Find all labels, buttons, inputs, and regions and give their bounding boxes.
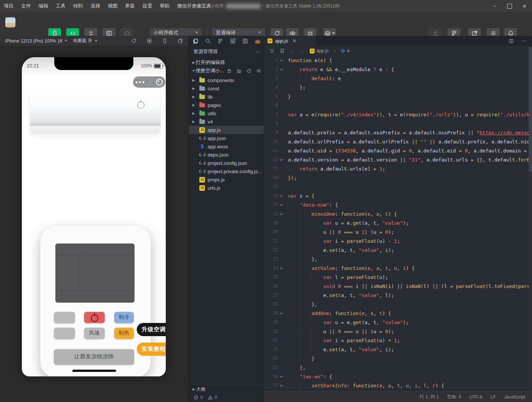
close-tab-icon[interactable]: ✕ (292, 38, 297, 44)
branch-icon[interactable] (217, 38, 223, 44)
menu-item-编辑[interactable]: 编辑 (35, 0, 52, 12)
breadcrumb-symbol[interactable]: e (341, 48, 350, 53)
json-file-icon: {..} (199, 160, 205, 166)
code-line-8: 8 (264, 119, 529, 128)
tree-folder-v4[interactable]: ▶v4 (189, 117, 264, 126)
tree-file-project.config.json[interactable]: {..}project.config.json (189, 159, 264, 167)
files-icon[interactable] (193, 38, 199, 44)
stop-icon[interactable] (147, 38, 152, 44)
miniprogram-capsule[interactable] (133, 76, 165, 88)
explorer-panel: 资源管理器 ⋯ ▶打开的编辑器▼便携空调小...▶components▶cons… (188, 36, 264, 402)
code-line-15: 15 (264, 182, 529, 191)
symbol-icon (341, 49, 345, 53)
more-icon[interactable]: ⋯ (521, 37, 527, 44)
breadcrumb-file[interactable]: JS app.js (310, 48, 329, 53)
phone-icon[interactable] (162, 38, 168, 44)
warnings-count: 0 (208, 395, 217, 400)
code-line-31: 31 u || 0 === u || (u = 0); (264, 327, 529, 336)
remote-button-blank[interactable] (54, 312, 75, 323)
code-editor[interactable]: JS app.js ✕ ⋯ ← → JS app.js › e 1f (264, 36, 532, 391)
wxss-file-icon: Ʒ (199, 144, 205, 149)
minimize-button[interactable]: − (487, 0, 502, 12)
phone-notch (54, 57, 133, 70)
split-editor-icon[interactable] (509, 38, 514, 44)
bookmark-icon[interactable] (280, 48, 285, 53)
remote-button-风速[interactable]: 风速 (84, 327, 105, 339)
nav-forward-icon[interactable]: → (300, 48, 304, 53)
status-segment[interactable]: JavaScript (504, 394, 525, 400)
remote-button-制冷[interactable]: 制冷 (114, 312, 134, 323)
refresh-icon[interactable] (131, 38, 137, 44)
status-segment[interactable]: 空格: 4 (447, 394, 461, 400)
js-file-icon: JS (310, 49, 315, 53)
problems-indicator[interactable]: 0 0 (189, 393, 269, 402)
hot-reload-toggle[interactable]: 热重载 开 (73, 38, 97, 44)
grid-icon[interactable] (230, 38, 236, 44)
remote-button-blank[interactable] (54, 327, 75, 339)
power-icon (91, 314, 98, 322)
refresh-icon[interactable] (246, 69, 251, 73)
more-icon[interactable] (136, 81, 144, 83)
share-button[interactable]: 让群友凉快凉快 (54, 349, 134, 364)
phone-battery: 100% (141, 63, 163, 69)
nav-back-icon[interactable]: ← (290, 48, 295, 53)
tree-folder-lib[interactable]: ▶lib (189, 93, 264, 101)
remote-button-power[interactable] (84, 312, 105, 323)
close-button[interactable]: ✕ (517, 0, 532, 12)
scrollbar[interactable] (529, 46, 532, 391)
save-icon[interactable] (242, 38, 248, 44)
section-project[interactable]: ▼便携空调小... (189, 67, 264, 75)
status-segment[interactable]: UTF-8 (469, 394, 482, 400)
breadcrumb: ← → JS app.js › e (264, 46, 532, 56)
chevron-down-icon (64, 40, 67, 42)
simulator-toolbar: iPhone 12/13 (Pro) 100% 16 热重载 开 (0, 36, 188, 46)
search-icon[interactable] (205, 38, 211, 44)
tree-folder-components[interactable]: ▶components (189, 76, 264, 84)
menu-item-微信开发者工具[interactable]: 微信开发者工具 (173, 0, 215, 12)
code-line-5: 5} (264, 92, 529, 101)
menu-item-选择[interactable]: 选择 (87, 0, 104, 12)
code-line-10: 10a.default.urlPrefix = a.default.urlPre… (264, 137, 529, 146)
newfolder-icon[interactable] (237, 69, 242, 73)
menu-item-设置[interactable]: 设置 (139, 0, 156, 12)
tree-folder-pages[interactable]: ▶pages (189, 101, 264, 109)
tree-file-app.wxss[interactable]: Ʒapp.wxss (189, 142, 264, 151)
code-line-29: 29 addOne: function(e, a, t) { (264, 309, 529, 318)
pill-安装教程[interactable]: 安装教程 (137, 343, 166, 356)
tree-file-urls.js[interactable]: JSurls.js (189, 184, 264, 192)
folder-icon (199, 103, 205, 107)
windows-icon[interactable] (177, 38, 183, 44)
tree-folder-utils[interactable]: ▶utils (189, 109, 264, 117)
pill-升级空调[interactable]: 升级空调 (137, 323, 166, 336)
code-area[interactable]: 1function e(e) {2 return e && e.__esModu… (264, 56, 529, 391)
remote-button-制热[interactable]: 制热 (114, 327, 134, 339)
status-segment[interactable]: 行 1, 列 1 (420, 394, 439, 400)
device-select[interactable]: iPhone 12/13 (Pro) 100% 16 (5, 38, 67, 44)
collapse-icon[interactable] (256, 69, 261, 73)
tree-file-app.json[interactable]: {..}app.json (189, 134, 264, 142)
menu-item-转到[interactable]: 转到 (69, 0, 87, 12)
exit-icon[interactable] (156, 79, 163, 85)
menu-item-界面[interactable]: 界面 (121, 0, 139, 12)
menu-item-视图[interactable]: 视图 (104, 0, 121, 12)
tree-file-props.js[interactable]: JSprops.js (189, 175, 264, 184)
tree-file-deps.json[interactable]: {..}deps.json (189, 151, 264, 159)
maximize-button[interactable] (502, 0, 517, 12)
teapot-icon[interactable] (255, 38, 261, 44)
scrollbar-thumb[interactable] (529, 47, 532, 172)
menu-item-帮助[interactable]: 帮助 (156, 0, 173, 12)
more-icon[interactable]: ⋯ (255, 49, 260, 55)
menu-item-工具[interactable]: 工具 (52, 0, 69, 12)
menu-item-文件[interactable]: 文件 (17, 0, 35, 12)
menu-item-项目[interactable]: 项目 (0, 0, 17, 12)
tree-folder-const[interactable]: ▶const (189, 84, 264, 93)
tree-file-project.private.config.js...[interactable]: {..}project.private.config.js... (189, 167, 264, 175)
avatar[interactable] (5, 17, 15, 27)
section-open-editors[interactable]: ▶打开的编辑器 (189, 58, 264, 67)
status-segment[interactable]: LF (491, 394, 496, 400)
outline-icon[interactable] (269, 48, 274, 53)
outline-section[interactable]: ▶ 大纲 (189, 385, 264, 393)
newfile-icon[interactable] (227, 69, 232, 73)
tab-appjs[interactable]: JS app.js ✕ (264, 36, 316, 46)
tree-file-app.js[interactable]: JSapp.js (189, 126, 264, 134)
